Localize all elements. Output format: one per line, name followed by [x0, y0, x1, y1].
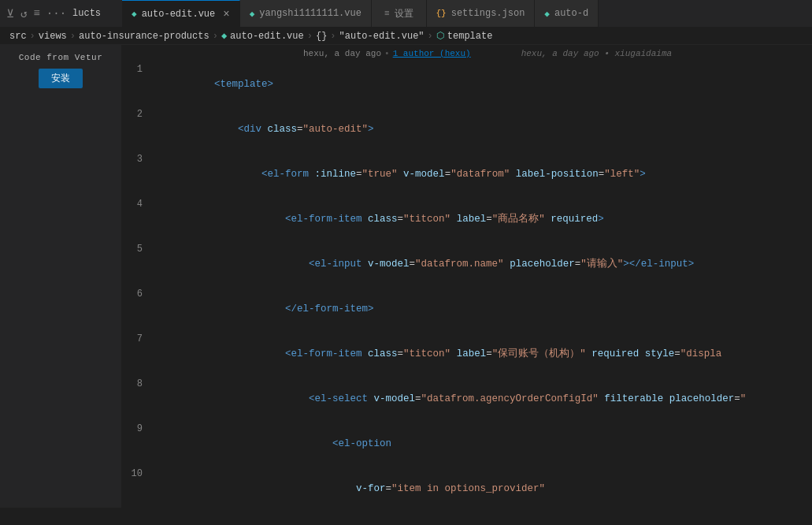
tab-yangshi[interactable]: ◆ yangshi1111111.vue: [240, 0, 372, 28]
token: "保司账号（机构）": [492, 348, 586, 359]
tab-auto-d[interactable]: ◆ auto-d: [535, 0, 599, 28]
tab-close-icon[interactable]: ×: [223, 8, 229, 20]
token: required: [551, 214, 598, 225]
token: "item in options_provider": [391, 483, 545, 494]
token: [214, 259, 309, 270]
line-content: <template>: [155, 62, 812, 107]
token: "datafrom": [450, 169, 510, 180]
code-line: 7 <el-form-item class="titcon" label="保司…: [122, 332, 812, 377]
code-container: 1 <template> 2 <div class="auto-edit"> 3…: [122, 62, 812, 508]
line-number: 5: [122, 242, 155, 257]
token: "titcon": [403, 348, 450, 359]
token: <el-form: [261, 169, 315, 180]
token: "datafrom.name": [415, 259, 504, 270]
breadcrumb-braces[interactable]: {}: [316, 31, 327, 42]
token: =: [486, 348, 492, 359]
line-content: <div class="auto-edit">: [155, 107, 812, 152]
token: <el-form-item: [285, 348, 368, 359]
token: =: [356, 169, 362, 180]
breadcrumb: src › views › auto-insurance-products › …: [0, 28, 812, 45]
line-content: <el-form-item class="titcon" label="保司账号…: [155, 332, 812, 377]
tab-settings-cn[interactable]: ≡ 设置: [372, 0, 427, 28]
sep6: ›: [428, 31, 433, 42]
tab-settings-json[interactable]: {} settings.json: [427, 0, 536, 28]
token: v-model: [368, 259, 410, 270]
code-line: 5 <el-input v-model="datafrom.name" plac…: [122, 242, 812, 287]
token: =: [398, 348, 404, 359]
token: placeholder: [669, 393, 735, 404]
breadcrumb-views[interactable]: views: [39, 31, 67, 42]
tab-bar: ⊻ ↺ ≡ ··· lucts ◆ auto-edit.vue × ◆ yang…: [0, 0, 812, 28]
line-content: <el-form-item class="titcon" label="商品名称…: [155, 197, 812, 242]
blame-hint: hexu, a day ago • xiugaidaima: [521, 49, 672, 58]
token: [214, 214, 285, 225]
token: [214, 124, 238, 135]
json-icon: {}: [436, 9, 447, 18]
blame-count: 1 author (hexu): [393, 49, 471, 58]
token: "datafrom.agencyOrderConfigId": [421, 393, 599, 404]
line-number: 4: [122, 197, 155, 212]
vue-icon: ◆: [132, 9, 137, 19]
sep5: ›: [330, 31, 336, 42]
token: >: [598, 214, 604, 225]
token: "left": [604, 169, 640, 180]
sep4: ›: [307, 31, 313, 42]
breadcrumb-vue-icon: ◆: [221, 30, 227, 42]
tab-label: auto-edit.vue: [142, 9, 216, 20]
line-number: 6: [122, 287, 155, 302]
breadcrumb-src[interactable]: src: [9, 31, 27, 42]
code-line: 2 <div class="auto-edit">: [122, 107, 812, 152]
token: =: [674, 348, 680, 359]
breadcrumb-file[interactable]: auto-edit.vue: [230, 31, 304, 42]
token: [639, 348, 645, 359]
token: [214, 169, 261, 180]
token: [214, 303, 285, 315]
blame-line: hexu, a day ago • 1 author (hexu) hexu, …: [122, 45, 812, 62]
tab-label: settings.json: [451, 8, 525, 19]
token: "true": [362, 169, 398, 180]
token: [450, 214, 457, 225]
token: style: [645, 348, 675, 359]
breadcrumb-template[interactable]: template: [447, 31, 493, 42]
token: [214, 348, 285, 359]
token: ></el-input>: [623, 259, 694, 270]
editor-toolbar: ⊻ ↺ ≡ ··· lucts: [0, 7, 122, 20]
code-line: 6 </el-form-item>: [122, 287, 812, 332]
token: required: [591, 348, 639, 359]
list-icon[interactable]: ≡: [33, 7, 39, 20]
token: </el-form-item>: [285, 303, 374, 315]
more-icon[interactable]: ···: [46, 7, 66, 20]
token: v-model: [374, 393, 416, 404]
code-line: 10 v-for="item in options_provider": [122, 467, 812, 508]
breadcrumb-template-icon: ⬡: [436, 30, 444, 42]
code-line: 8 <el-select v-model="datafrom.agencyOrd…: [122, 377, 812, 422]
editor[interactable]: hexu, a day ago • 1 author (hexu) hexu, …: [122, 45, 812, 508]
token: <el-option: [332, 438, 391, 449]
token: label-position: [516, 169, 599, 180]
install-button[interactable]: 安装: [39, 69, 83, 88]
line-content: <el-form :inline="true" v-model="datafro…: [155, 152, 812, 197]
filter-icon[interactable]: ⊻: [6, 7, 14, 20]
token: =: [445, 169, 451, 180]
token: =: [415, 393, 421, 404]
refresh-icon[interactable]: ↺: [20, 7, 27, 20]
blame-author: hexu, a day ago: [303, 49, 381, 58]
token: >: [640, 169, 646, 180]
token: =: [297, 124, 303, 135]
line-number: 10: [122, 467, 155, 482]
token: [398, 169, 404, 180]
token: filterable: [604, 393, 663, 404]
token: =: [398, 214, 404, 225]
tab-label: yangshi1111111.vue: [259, 8, 362, 19]
tab-auto-edit[interactable]: ◆ auto-edit.vue ×: [122, 0, 240, 28]
line-number: 1: [122, 62, 155, 77]
token: [214, 483, 356, 494]
breadcrumb-folder[interactable]: auto-insurance-products: [79, 31, 209, 42]
token: [663, 393, 669, 404]
token: [214, 438, 332, 449]
token: v-model: [403, 169, 445, 180]
breadcrumb-quoted-file[interactable]: "auto-edit.vue": [339, 31, 425, 42]
line-number: 7: [122, 332, 155, 347]
token: class: [368, 214, 398, 225]
token: [214, 393, 309, 404]
